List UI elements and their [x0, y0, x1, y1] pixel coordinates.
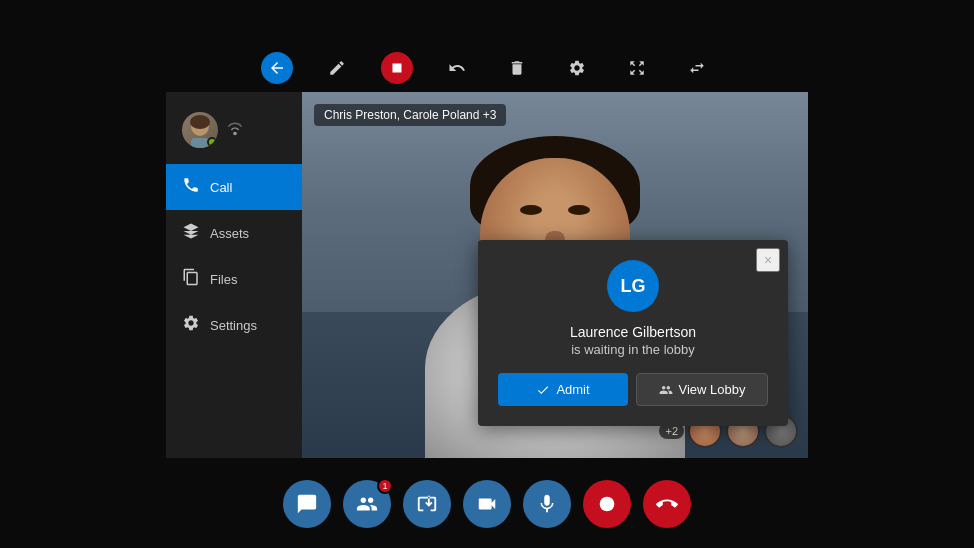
- sidebar-item-files[interactable]: Files: [166, 256, 302, 302]
- settings-icon: [182, 314, 200, 336]
- sidebar: Call Assets Files Se: [166, 92, 302, 458]
- lobby-avatar: LG: [607, 260, 659, 312]
- main-area: Call Assets Files Se: [166, 92, 808, 458]
- sidebar-user: [166, 102, 302, 164]
- chat-button[interactable]: [283, 480, 331, 528]
- call-icon: [182, 176, 200, 198]
- lobby-status-text: is waiting in the lobby: [498, 342, 768, 357]
- participant-names: Chris Preston, Carole Poland +3: [324, 108, 496, 122]
- sidebar-call-label: Call: [210, 180, 232, 195]
- sidebar-files-label: Files: [210, 272, 237, 287]
- record-button[interactable]: [583, 480, 631, 528]
- view-lobby-button[interactable]: View Lobby: [636, 373, 768, 406]
- toolbar-pen-button[interactable]: [321, 52, 353, 84]
- admit-button[interactable]: Admit: [498, 373, 628, 406]
- toolbar-settings-button[interactable]: [561, 52, 593, 84]
- avatar-status-dot: [207, 137, 217, 147]
- video-button[interactable]: [463, 480, 511, 528]
- lobby-person-name: Laurence Gilbertson: [498, 324, 768, 340]
- top-toolbar: [261, 52, 713, 84]
- sidebar-assets-label: Assets: [210, 226, 249, 241]
- sidebar-item-assets[interactable]: Assets: [166, 210, 302, 256]
- svg-point-2: [190, 115, 210, 129]
- sidebar-item-settings[interactable]: Settings: [166, 302, 302, 348]
- lobby-actions: Admit View Lobby: [498, 373, 768, 406]
- lobby-notification: × LG Laurence Gilbertson is waiting in t…: [478, 240, 788, 426]
- svg-point-4: [600, 497, 615, 512]
- sidebar-item-call[interactable]: Call: [166, 164, 302, 210]
- video-area: Chris Preston, Carole Poland +3 +2 × LG …: [302, 92, 808, 458]
- participant-label: Chris Preston, Carole Poland +3: [314, 104, 506, 126]
- admit-label: Admit: [556, 382, 589, 397]
- people-badge: 1: [377, 478, 393, 494]
- assets-icon: [182, 222, 200, 244]
- wifi-icon: [226, 122, 244, 139]
- people-button-container: 1: [343, 480, 391, 528]
- view-lobby-label: View Lobby: [679, 382, 746, 397]
- toolbar-swap-button[interactable]: [681, 52, 713, 84]
- sidebar-settings-label: Settings: [210, 318, 257, 333]
- toolbar-delete-button[interactable]: [501, 52, 533, 84]
- files-icon: [182, 268, 200, 290]
- lobby-avatar-initials: LG: [621, 276, 646, 297]
- share-screen-button[interactable]: [403, 480, 451, 528]
- hangup-button[interactable]: [643, 480, 691, 528]
- avatar: [182, 112, 218, 148]
- lobby-close-button[interactable]: ×: [756, 248, 780, 272]
- toolbar-expand-button[interactable]: [621, 52, 653, 84]
- svg-rect-0: [393, 64, 402, 73]
- mute-button[interactable]: [523, 480, 571, 528]
- toolbar-undo-button[interactable]: [441, 52, 473, 84]
- toolbar-stop-button[interactable]: [381, 52, 413, 84]
- toolbar-back-button[interactable]: [261, 52, 293, 84]
- bottom-controls: 1: [283, 480, 691, 528]
